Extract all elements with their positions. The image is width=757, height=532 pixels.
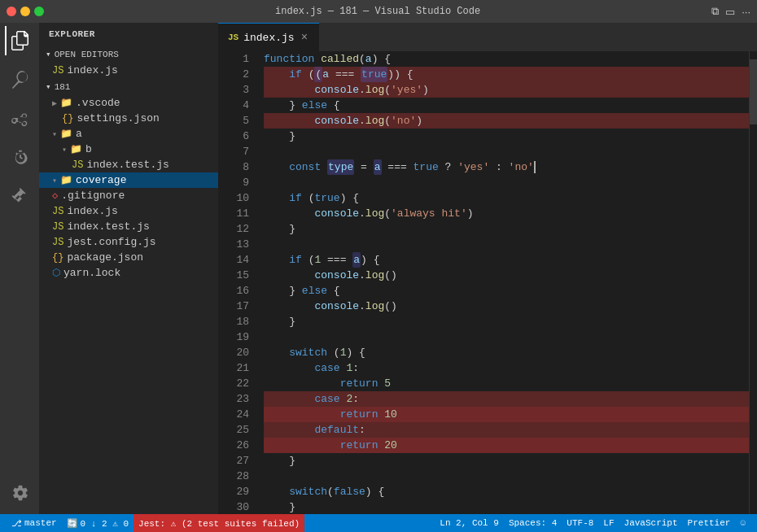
- chevron-right-icon: ▶: [52, 98, 57, 108]
- title-actions[interactable]: ⧉ ▭ ···: [711, 5, 750, 18]
- yarn-lock-label: yarn.lock: [63, 267, 120, 279]
- root-folder[interactable]: ▾ 181: [39, 78, 218, 95]
- a-folder[interactable]: ▾ 📁 a: [39, 126, 218, 142]
- formatter[interactable]: Prettier: [683, 514, 736, 532]
- editor-content[interactable]: 1 2 3 4 5 6 7 8 9 10 11 12 13 14 15 16 1…: [218, 51, 757, 514]
- source-control-activity-icon[interactable]: [5, 104, 34, 133]
- position-label: Ln 2, Col 9: [440, 518, 499, 528]
- toggle-panel-icon[interactable]: ▭: [725, 5, 735, 18]
- git-branch-icon: ⎇: [11, 518, 22, 529]
- settings-json-file[interactable]: {} settings.json: [39, 111, 218, 126]
- coverage-folder-icon: 📁: [60, 174, 72, 186]
- spaces-label: Spaces: 4: [509, 518, 557, 528]
- minimize-button[interactable]: [20, 7, 30, 16]
- git-branch-status[interactable]: ⎇ master: [7, 514, 62, 532]
- js-icon-b: JS: [72, 159, 83, 171]
- cursor-position[interactable]: Ln 2, Col 9: [435, 514, 504, 532]
- json-file-icon: {}: [62, 113, 73, 124]
- tab-filename: index.js: [243, 32, 294, 44]
- b-folder[interactable]: ▾ 📁 b: [39, 142, 218, 157]
- git-branch-label: master: [24, 518, 57, 528]
- yarn-lock-icon: ⬡: [52, 267, 60, 279]
- index-test-js-label: index.test.js: [67, 220, 149, 233]
- vscode-folder-label: .vscode: [76, 97, 120, 109]
- split-editor-icon[interactable]: ⧉: [711, 5, 719, 18]
- line-ending-label: LF: [603, 518, 614, 528]
- run-debug-activity-icon[interactable]: [5, 143, 34, 172]
- indentation[interactable]: Spaces: 4: [504, 514, 562, 532]
- jest-config-js-file[interactable]: JS jest.config.js: [39, 234, 218, 250]
- code-line-13: [264, 237, 749, 252]
- line-numbers: 1 2 3 4 5 6 7 8 9 10 11 12 13 14 15 16 1…: [218, 51, 257, 514]
- code-line-15: console.log(): [264, 268, 749, 283]
- maximize-button[interactable]: [34, 7, 44, 16]
- code-line-21: case 1:: [264, 360, 749, 376]
- open-editors-label: OPEN EDITORS: [55, 50, 119, 59]
- package-json-icon: {}: [52, 252, 63, 264]
- index-test-js-file[interactable]: JS index.test.js: [39, 219, 218, 234]
- code-line-29: switch(false) {: [264, 484, 749, 499]
- tab-bar: JS index.js ×: [218, 23, 757, 51]
- tab-index-js[interactable]: JS index.js ×: [218, 23, 319, 51]
- language-mode[interactable]: JavaScript: [619, 514, 683, 532]
- editor-area: JS index.js × 1 2 3 4 5 6 7 8 9 10 11 12…: [218, 23, 757, 514]
- gitignore-file[interactable]: ◇ .gitignore: [39, 188, 218, 203]
- code-line-25: default:: [264, 422, 749, 438]
- language-label: JavaScript: [624, 518, 678, 528]
- code-line-14: if (1 === a) {: [264, 252, 749, 268]
- line-ending[interactable]: LF: [598, 514, 619, 532]
- search-activity-icon[interactable]: [5, 65, 34, 94]
- package-json-label: package.json: [67, 251, 143, 264]
- window-controls[interactable]: [7, 7, 44, 16]
- tab-file-icon: JS: [228, 33, 238, 42]
- vscode-folder[interactable]: ▶ 📁 .vscode: [39, 95, 218, 111]
- encoding-label: UTF-8: [567, 518, 593, 528]
- extensions-activity-icon[interactable]: [5, 182, 34, 211]
- open-editor-filename: index.js: [67, 64, 117, 76]
- jest-config-label: jest.config.js: [67, 236, 155, 248]
- coverage-folder[interactable]: ▾ 📁 coverage: [39, 172, 218, 188]
- code-editor[interactable]: function called(a) { if ((a === true)) {…: [257, 51, 749, 514]
- open-editors-section[interactable]: ▾ OPEN EDITORS: [39, 46, 218, 63]
- code-line-18: }: [264, 314, 749, 329]
- more-actions-icon[interactable]: ···: [742, 5, 750, 18]
- code-line-4: } else {: [264, 98, 749, 113]
- minimap-scroll-thumb[interactable]: [750, 59, 757, 124]
- settings-json-label: settings.json: [77, 112, 159, 124]
- explorer-icon[interactable]: [5, 26, 34, 55]
- title-bar: index.js — 181 — Visual Studio Code ⧉ ▭ …: [0, 0, 757, 23]
- b-folder-label: b: [85, 143, 92, 155]
- jest-status[interactable]: Jest: ⚠ (2 test suites failed): [133, 514, 304, 532]
- code-line-1: function called(a) {: [264, 51, 749, 67]
- code-line-28: [264, 469, 749, 484]
- index-js-file[interactable]: JS index.js: [39, 203, 218, 219]
- index-test-js-icon: JS: [52, 221, 63, 233]
- chevron-down-icon-root: ▾: [46, 81, 51, 92]
- b-folder-icon: 📁: [70, 143, 82, 155]
- sync-status[interactable]: 🔄 0 ↓ 2 ⚠ 0: [62, 514, 133, 532]
- a-folder-label: a: [76, 128, 82, 140]
- code-line-7: [264, 144, 749, 159]
- manage-activity-icon[interactable]: [5, 478, 34, 508]
- index-js-label: index.js: [67, 205, 117, 217]
- a-folder-icon: 📁: [60, 128, 72, 140]
- code-line-20: switch (1) {: [264, 345, 749, 360]
- code-line-23: case 2:: [264, 391, 749, 407]
- chevron-down-icon: ▾: [46, 49, 51, 59]
- yarn-lock-file[interactable]: ⬡ yarn.lock: [39, 265, 218, 281]
- code-line-24: return 10: [264, 407, 749, 422]
- sidebar: Explorer ▾ OPEN EDITORS JS index.js ▾ 18…: [39, 23, 218, 514]
- index-test-js-b[interactable]: JS index.test.js: [39, 157, 218, 172]
- tab-close-button[interactable]: ×: [300, 30, 309, 45]
- encoding[interactable]: UTF-8: [562, 514, 598, 532]
- minimap[interactable]: [749, 51, 757, 514]
- close-button[interactable]: [7, 7, 16, 16]
- code-line-27: }: [264, 453, 749, 469]
- js-file-icon: JS: [52, 65, 63, 76]
- feedback[interactable]: ☺: [735, 514, 750, 532]
- code-line-8: const type = a === true ? 'yes' : 'no': [264, 159, 749, 175]
- jest-label: Jest: ⚠ (2 test suites failed): [138, 518, 300, 529]
- code-line-5: console.log('no'): [264, 113, 749, 129]
- open-editor-index-js[interactable]: JS index.js: [39, 63, 218, 78]
- package-json-file[interactable]: {} package.json: [39, 250, 218, 265]
